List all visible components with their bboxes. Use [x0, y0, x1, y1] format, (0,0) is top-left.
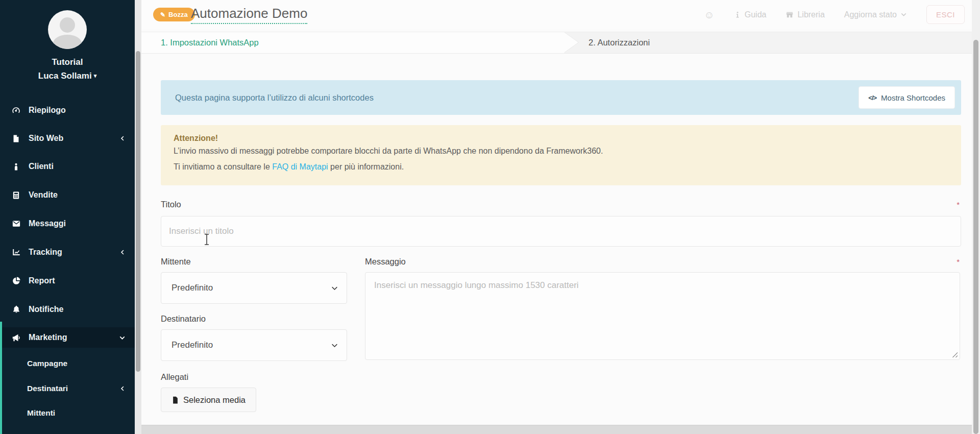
file-icon	[172, 396, 179, 404]
megaphone-icon	[11, 333, 21, 343]
page-scrollbar-thumb[interactable]	[973, 40, 978, 434]
form-content: Questa pagina supporta l’utilizzo di alc…	[141, 54, 980, 434]
faq-maytapi-link[interactable]: FAQ di Maytapi	[272, 162, 328, 171]
required-marker: *	[957, 257, 960, 266]
sidebar-item-marketing[interactable]: Marketing	[0, 327, 135, 348]
destinatario-label: Destinatario	[161, 314, 206, 324]
tab-arrow-divider	[564, 32, 578, 53]
shortcodes-info-banner: Questa pagina supporta l’utilizzo di alc…	[161, 80, 961, 115]
libreria-button[interactable]: Libreria	[786, 10, 824, 19]
sidebar-scrollbar[interactable]	[135, 0, 141, 434]
header-actions: ☺ Guida Libreria Aggiorna stato Esci	[704, 0, 965, 29]
mostra-shortcodes-label: Mostra Shortcodes	[881, 93, 945, 102]
chevron-down-icon	[900, 11, 907, 18]
sidebar-item-label: Marketing	[29, 333, 67, 342]
sidebar-item-label: Tracking	[29, 248, 62, 257]
chevron-left-icon	[119, 385, 126, 392]
sidebar-subitem-campagne[interactable]: Campagne	[0, 354, 135, 373]
chevron-left-icon	[119, 135, 126, 141]
workspace-name: Tutorial	[0, 57, 135, 67]
chevron-down-icon	[119, 334, 126, 341]
esci-button[interactable]: Esci	[926, 5, 965, 24]
warning-line2: Ti invitiamo a consultare le FAQ di Mayt…	[174, 162, 948, 172]
seleziona-media-button[interactable]: Seleziona media	[161, 388, 256, 412]
pencil-icon: ✎	[160, 11, 165, 18]
libreria-label: Libreria	[797, 10, 824, 19]
sidebar-subitem-label: Mittenti	[27, 408, 55, 418]
tab-impostazioni-whatsapp[interactable]: 1. Impostazioni WhatsApp	[141, 32, 564, 53]
sidebar-item-label: Vendite	[29, 190, 58, 200]
aggiorna-stato-dropdown[interactable]: Aggiorna stato	[844, 10, 907, 19]
chevron-down-icon	[331, 342, 338, 349]
destinatario-selected-value: Predefinito	[172, 340, 213, 350]
feedback-smiley-icon[interactable]: ☺	[704, 10, 714, 20]
textarea-resize-handle[interactable]	[951, 351, 958, 357]
mostra-shortcodes-button[interactable]: </> Mostra Shortcodes	[859, 86, 955, 109]
gauge-icon	[11, 106, 21, 115]
tab-autorizzazioni[interactable]: 2. Autorizzazioni	[589, 32, 650, 53]
avatar[interactable]	[48, 10, 87, 49]
avatar-silhouette-body	[53, 35, 82, 49]
code-icon: </>	[868, 94, 876, 102]
warning-line2-before: Ti invitiamo a consultare le	[174, 162, 272, 171]
store-icon	[786, 11, 794, 19]
info-icon	[734, 11, 741, 18]
destinatario-select[interactable]: Predefinito	[161, 329, 347, 361]
status-badge: ✎ Bozza	[153, 8, 195, 21]
chevron-left-icon	[119, 249, 126, 255]
tab-label: 2. Autorizzazioni	[589, 38, 650, 47]
guida-button[interactable]: Guida	[734, 10, 767, 19]
sidebar-subitem-mittenti[interactable]: Mittenti	[0, 404, 135, 422]
sidebar-item-notifiche[interactable]: Notifiche	[0, 299, 135, 320]
sidebar-item-label: Notifiche	[29, 305, 63, 314]
page-scrollbar[interactable]	[972, 0, 980, 434]
sidebar-item-label: Messaggi	[29, 219, 66, 228]
warning-title: Attenzione!	[174, 134, 948, 143]
user-name-label: Luca Sollami	[38, 71, 92, 81]
mittente-label: Mittente	[161, 257, 191, 267]
mittente-select[interactable]: Predefinito	[161, 272, 347, 304]
bell-icon	[11, 305, 21, 315]
chevron-down-icon: ▾	[94, 73, 97, 79]
sidebar-item-riepilogo[interactable]: Riepilogo	[0, 100, 135, 120]
messaggio-textarea[interactable]	[365, 272, 960, 360]
sidebar-item-tracking[interactable]: Tracking	[0, 242, 135, 262]
sidebar-subitem-destinatari[interactable]: Destinatari	[0, 379, 135, 398]
warning-line1: L’invio massivo di messaggi potrebbe com…	[174, 147, 948, 156]
card-bottom-edge	[141, 425, 980, 434]
sidebar-item-report[interactable]: Report	[0, 271, 135, 291]
main-area: ✎ Bozza Automazione Demo ☺ Guida Libreri…	[141, 0, 980, 434]
text-cursor	[203, 233, 210, 248]
titolo-label: Titolo	[161, 200, 181, 209]
chart-line-icon	[11, 248, 21, 257]
aggiorna-stato-label: Aggiorna stato	[844, 10, 897, 19]
envelope-icon	[11, 219, 21, 229]
sidebar-item-label: Clienti	[29, 162, 54, 171]
chevron-down-icon	[331, 284, 338, 292]
guida-label: Guida	[745, 10, 767, 19]
messaggio-label: Messaggio	[365, 257, 406, 267]
titolo-input[interactable]	[161, 216, 961, 247]
required-marker: *	[957, 200, 960, 209]
sidebar-scrollbar-thumb[interactable]	[136, 51, 140, 372]
calculator-icon	[11, 190, 21, 200]
page-header: ✎ Bozza Automazione Demo ☺ Guida Libreri…	[141, 0, 980, 29]
user-menu[interactable]: Luca Sollami▾	[0, 71, 135, 81]
status-badge-label: Bozza	[168, 11, 188, 18]
sidebar-item-vendite[interactable]: Vendite	[0, 185, 135, 205]
step-tabbar: 1. Impostazioni WhatsApp 2. Autorizzazio…	[141, 32, 980, 54]
sidebar-item-sito-web[interactable]: Sito Web	[0, 128, 135, 149]
avatar-silhouette	[60, 17, 75, 33]
sidebar-item-label: Riepilogo	[29, 106, 66, 115]
active-section-indicator	[0, 322, 2, 434]
sidebar-item-clienti[interactable]: Clienti	[0, 156, 135, 177]
pie-chart-icon	[11, 276, 21, 286]
person-icon	[11, 162, 21, 172]
info-banner-text: Questa pagina supporta l’utilizzo di alc…	[175, 80, 374, 115]
file-icon	[11, 134, 21, 143]
page-title[interactable]: Automazione Demo	[191, 6, 307, 24]
warning-banner: Attenzione! L’invio massivo di messaggi …	[161, 125, 961, 185]
warning-line2-after: per più informazioni.	[328, 162, 404, 171]
sidebar-item-label: Report	[29, 276, 55, 285]
sidebar-item-messaggi[interactable]: Messaggi	[0, 213, 135, 234]
